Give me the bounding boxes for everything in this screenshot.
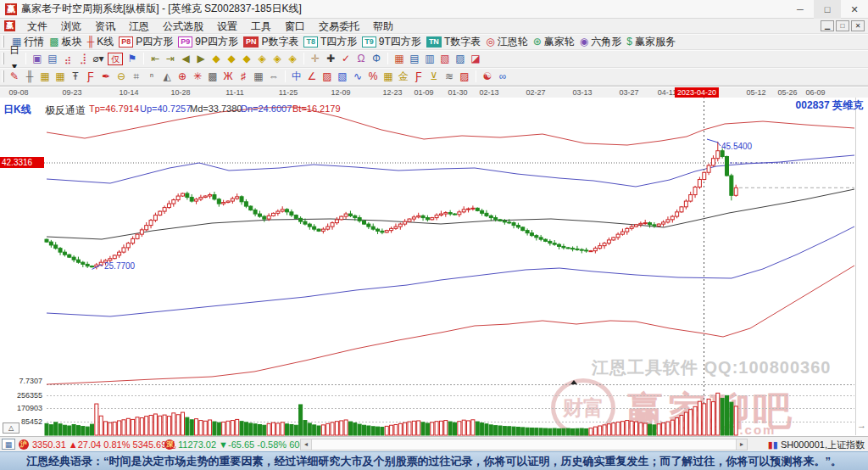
close-button[interactable]: ✕ <box>841 0 868 19</box>
bar-chart-icon[interactable]: ⣴ <box>60 51 75 67</box>
toolbar-button-winner-wheel[interactable]: ⊛赢家轮 <box>533 35 575 49</box>
gann-grid-gold-2[interactable]: ▦ <box>53 69 68 85</box>
n-square-tool[interactable]: ⁿ <box>144 69 159 85</box>
target-tool[interactable]: ⊕ <box>175 69 190 85</box>
mdi-minimize-button[interactable]: ▁ <box>821 20 834 31</box>
gold-section-tool[interactable]: 金 <box>396 69 411 85</box>
menu-item-设置[interactable]: 设置 <box>210 20 244 32</box>
maximize-button[interactable]: □ <box>814 0 841 19</box>
toolbar-button-p-square[interactable]: P8P四方形 <box>119 35 173 49</box>
hatch-tool[interactable]: ▨ <box>320 69 335 85</box>
mdi-close-button[interactable]: ✕ <box>851 20 865 31</box>
speed-line-tool[interactable]: ▨ <box>457 69 472 85</box>
volume-pane-expand-button[interactable]: △ <box>3 422 19 434</box>
quote-grid-icon[interactable]: ▦ <box>2 439 15 450</box>
next-bar-icon[interactable]: ▶ <box>193 51 209 67</box>
volume-bar <box>104 422 108 435</box>
zero-selector[interactable]: ⌀▾ <box>91 51 106 67</box>
toolbar-button-t-number-table[interactable]: TNT数字表 <box>426 35 481 49</box>
fib-time-tool[interactable]: Ƒ <box>411 69 426 85</box>
menu-item-浏览[interactable]: 浏览 <box>54 20 88 32</box>
date-label-12-09: 12-09 <box>331 88 350 97</box>
scrollbar-right-arrow[interactable]: ▸ <box>736 439 747 450</box>
toolbar-button-hexagon[interactable]: ◉六角形 <box>580 35 621 49</box>
check-tool[interactable]: ✓ <box>338 51 353 67</box>
menu-item-公式选股[interactable]: 公式选股 <box>156 20 210 32</box>
percent-tool[interactable]: % <box>365 69 381 85</box>
pen-tool[interactable]: ✒ <box>98 69 114 85</box>
menu-item-资讯[interactable]: 资讯 <box>88 20 122 32</box>
hatch2-tool[interactable]: ▧ <box>335 69 350 85</box>
infinity-icon[interactable]: ∞ <box>495 69 510 85</box>
diamond-tool-6[interactable]: ◈ <box>285 51 300 67</box>
phi-tool[interactable]: Φ <box>369 51 384 67</box>
bar-chart2-icon[interactable]: ⣸ <box>75 51 91 67</box>
diamond-tool-3[interactable]: ◆ <box>239 51 254 67</box>
fib-tool[interactable]: Ƒ <box>83 69 98 85</box>
crosshair-tool[interactable]: ✚ <box>323 51 338 67</box>
toolbar-button-9t-square[interactable]: T99T四方形 <box>362 35 421 49</box>
waves-tool[interactable]: ≋ <box>442 69 457 85</box>
grid-tool[interactable]: ╫ <box>22 69 37 85</box>
hand-tool[interactable]: ✛ <box>308 51 323 67</box>
mdi-restore-button[interactable]: □ <box>836 20 849 31</box>
first-bar-icon[interactable]: ⇤ <box>147 51 163 67</box>
diamond-tool-5[interactable]: ◈ <box>270 51 285 67</box>
center-tool[interactable]: 中 <box>289 69 304 85</box>
ellipse-tool[interactable]: ⊖ <box>114 69 129 85</box>
flag-tool[interactable]: ⚑ <box>125 51 140 67</box>
taiji-icon[interactable]: ☯ <box>480 69 495 85</box>
shade-grid-tool[interactable]: ▩ <box>205 69 220 85</box>
toolbar-button-gann-wheel[interactable]: ◎江恩轮 <box>486 35 527 49</box>
menu-item-文件[interactable]: 文件 <box>20 20 54 32</box>
diamond-tool-2[interactable]: ◆ <box>224 51 239 67</box>
minimize-button[interactable]: ─ <box>787 0 814 19</box>
export-icon[interactable]: ◪ <box>468 51 483 67</box>
toolbar-button-kline[interactable]: ╫K线 <box>87 35 114 49</box>
menu-item-帮助[interactable]: 帮助 <box>366 20 400 32</box>
pencil-tool[interactable]: ✎ <box>7 69 22 85</box>
wave-tool[interactable]: ∿ <box>350 69 365 85</box>
current-index-label[interactable]: ▮▮ SH000001,上证指数 <box>768 437 865 452</box>
horizontal-scrollbar[interactable]: ◂ ▸ <box>300 439 748 450</box>
calendar-icon[interactable]: ▦ <box>392 51 407 67</box>
omega-tool[interactable]: Ω <box>353 51 369 67</box>
prev-bar-icon[interactable]: ◀ <box>178 51 193 67</box>
angle-triangle-tool[interactable]: ◭ <box>159 69 175 85</box>
xor-tool[interactable]: ⊻ <box>426 69 442 85</box>
t-line-tool[interactable]: Ŧ <box>68 69 83 85</box>
matrix-tool[interactable]: ▦ <box>251 69 266 85</box>
notes-tool[interactable]: ▤ <box>45 51 60 67</box>
star-lines-tool[interactable]: Ж <box>220 69 236 85</box>
sharp-grid-tool[interactable]: ♯ <box>236 69 251 85</box>
chart-scroll-right-arrow[interactable]: → <box>857 420 866 430</box>
calculator-icon[interactable]: ▤ <box>407 51 422 67</box>
toolbar-button-winner-service[interactable]: $赢家服务 <box>626 35 676 49</box>
gann-grid-gold-1[interactable]: ▦ <box>37 69 53 85</box>
pattern-tool[interactable]: ▣ <box>30 51 45 67</box>
kline-chart-canvas[interactable]: 256355170903854527.730742.331625.770045.… <box>0 87 868 437</box>
last-bar-icon[interactable]: ⇥ <box>163 51 178 67</box>
monitor-icon[interactable]: ▨ <box>453 51 468 67</box>
volume-bar <box>363 425 366 435</box>
volume-bar <box>371 427 375 435</box>
menu-item-窗口[interactable]: 窗口 <box>278 20 312 32</box>
toolbar-button-9p-square[interactable]: P99P四方形 <box>178 35 238 49</box>
menu-item-江恩[interactable]: 江恩 <box>122 20 156 32</box>
scrollbar-left-arrow[interactable]: ◂ <box>301 439 312 450</box>
hash-grid-tool[interactable]: ⌗ <box>129 69 144 85</box>
toolbar-button-p-number-table[interactable]: PNP数字表 <box>243 35 299 49</box>
toolbar-button-t-square[interactable]: T8T四方形 <box>303 35 357 49</box>
calculator2-icon[interactable]: ▥ <box>422 51 437 67</box>
menu-item-交易委托[interactable]: 交易委托 <box>312 20 366 32</box>
gold-grid-tool[interactable]: ▦ <box>381 69 396 85</box>
angle-tool-1[interactable]: ∠ <box>304 69 320 85</box>
toolbar-button-sectors[interactable]: ▩板块 <box>49 35 81 49</box>
diamond-tool-1[interactable]: ◆ <box>209 51 224 67</box>
gann-fan-tool[interactable]: ✳ <box>190 69 205 85</box>
only-tool[interactable]: 仅 <box>108 53 123 65</box>
diamond-tool-4[interactable]: ◈ <box>254 51 270 67</box>
save-icon[interactable]: ▧ <box>437 51 453 67</box>
menu-item-工具[interactable]: 工具 <box>244 20 278 32</box>
h-expand-tool[interactable]: ⇔ <box>266 69 281 85</box>
